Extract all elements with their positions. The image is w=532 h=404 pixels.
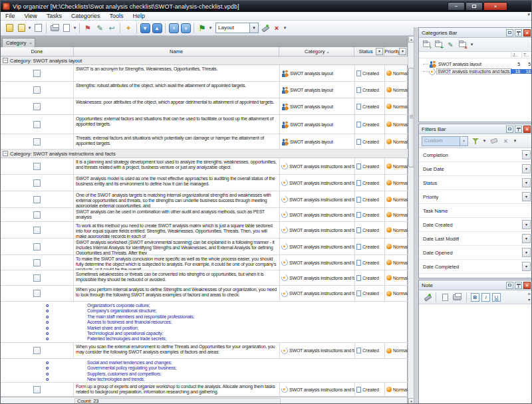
task-row[interactable]: SWOT analysis model is used as one the m… [1, 175, 408, 191]
clear-filter-button[interactable] [489, 136, 499, 146]
filter-dropdown-icon[interactable]: ▾ [522, 192, 531, 201]
task-row[interactable]: Sometimes weaknesses or threats can be c… [1, 270, 408, 286]
panel-pin-button[interactable] [515, 126, 522, 133]
panel-maximize-button[interactable] [506, 29, 513, 37]
menu-file[interactable]: File [1, 12, 20, 21]
new-category-button[interactable]: › [422, 40, 432, 50]
filter-row-date-completed[interactable]: Date Completed▾ [419, 260, 532, 274]
task-row[interactable]: Opportunities: external factors and situ… [1, 115, 408, 134]
italic-button[interactable]: I [481, 293, 490, 302]
task-row[interactable]: Strengths: robust attributes of the obje… [1, 82, 408, 98]
filters-overflow-icon[interactable]: ▾ [513, 138, 517, 144]
panel-close-button[interactable]: × [523, 282, 531, 289]
filter-row-due-date[interactable]: Due Date▾ [419, 162, 532, 176]
column-header-status[interactable]: Status ▾ [354, 47, 384, 56]
new-database-button[interactable] [3, 22, 15, 34]
category-tree-item-selected[interactable]: SWOT analysis instructions and facts 18 … [419, 68, 532, 75]
panel-maximize-button[interactable] [506, 126, 513, 133]
menu-tasks[interactable]: Tasks [42, 12, 66, 21]
done-checkbox[interactable] [33, 163, 41, 170]
done-checkbox[interactable] [33, 103, 41, 110]
panel-close-button[interactable]: × [523, 29, 531, 37]
done-checkbox[interactable] [33, 211, 41, 219]
print-overflow-icon[interactable]: ▾ [72, 25, 77, 31]
done-checkbox[interactable] [33, 259, 41, 266]
filter-dropdown-icon[interactable]: ▾ [522, 220, 531, 229]
task-row[interactable]: Form up a group of experts and organize … [1, 383, 408, 397]
priority-filter-icon[interactable]: ▾ [399, 48, 406, 55]
note-editor[interactable] [419, 304, 532, 404]
task-row[interactable]: SWOT analysis can be used in combination… [1, 208, 408, 222]
print-button[interactable] [49, 22, 61, 34]
edit-task-button[interactable]: ✎ [94, 22, 106, 34]
edit-note-button[interactable] [422, 292, 432, 302]
filter-dropdown-icon[interactable]: ▾ [522, 164, 531, 173]
copy-button[interactable] [32, 22, 44, 34]
filter-row-date-modified[interactable]: Date Last Modifi▾ [419, 232, 532, 246]
done-checkbox[interactable] [33, 347, 41, 354]
tree-col2-header[interactable]: T... [521, 52, 532, 57]
layout-combo-value[interactable]: Layout [215, 23, 250, 33]
column-header-name[interactable]: Name [74, 47, 279, 56]
menu-help[interactable]: Help [128, 12, 150, 21]
done-checkbox[interactable] [33, 138, 41, 146]
task-row[interactable]: Threats: external factors and situations… [1, 134, 408, 150]
panel-pin-button[interactable] [515, 29, 522, 37]
column-header-priority[interactable]: Priority ▾ [384, 47, 407, 56]
close-button[interactable]: × [483, 2, 507, 11]
task-row[interactable]: Weaknesses: poor attributes of the objec… [1, 98, 408, 115]
flag-layout-button[interactable]: ⚑ [196, 22, 208, 34]
status-filter-icon[interactable]: ▾ [376, 48, 383, 55]
done-checkbox[interactable] [33, 86, 41, 94]
complete-task-button[interactable]: ✦ [122, 22, 134, 34]
done-checkbox[interactable] [33, 386, 41, 393]
apply-filter-button[interactable] [470, 136, 480, 146]
group-header[interactable]: − Category: SWOT analysis instructions a… [1, 150, 408, 158]
done-checkbox[interactable] [33, 227, 41, 234]
menu-overflow-icon[interactable]: ▾ [527, 12, 530, 17]
minimize-button[interactable]: − [448, 2, 465, 11]
done-checkbox[interactable] [33, 179, 41, 187]
done-checkbox[interactable] [33, 274, 41, 282]
filter-dropdown-icon[interactable]: ▾ [522, 150, 531, 159]
flag-dropdown-icon[interactable]: ▾ [208, 25, 213, 31]
group-by-category-tab[interactable]: Category ▵ [2, 38, 35, 47]
filter-preset-combo[interactable]: Custom [422, 136, 460, 146]
panel-maximize-button[interactable] [506, 282, 513, 289]
collapse-all-button[interactable]: « [180, 22, 192, 34]
column-header-done[interactable]: Done [1, 47, 74, 56]
dock-splitter[interactable] [414, 27, 418, 404]
delete-filter-button[interactable]: × [501, 136, 511, 146]
task-row[interactable]: One of the SWOT analysis targets is matc… [1, 191, 408, 208]
done-checkbox[interactable] [33, 243, 41, 251]
done-checkbox[interactable] [33, 121, 41, 128]
category-tree-item[interactable]: SWOT analysis layout 5 5 [419, 60, 532, 68]
expand-all-button[interactable]: « [168, 22, 180, 34]
filter-preset-dropdown-icon[interactable]: ▾ [460, 136, 468, 146]
filter-row-status[interactable]: Status▾ [419, 176, 532, 190]
done-checkbox[interactable] [33, 290, 41, 297]
task-row[interactable]: When you scan the external environment t… [1, 343, 408, 359]
task-row[interactable]: It is a planning and strategy developmen… [1, 158, 408, 175]
delete-category-button[interactable]: × [458, 40, 467, 50]
print-note-button[interactable] [452, 292, 462, 302]
open-dropdown-icon[interactable]: ▾ [27, 25, 32, 31]
done-checkbox[interactable] [33, 70, 41, 77]
filter-row-completion[interactable]: Completion▾ [419, 148, 532, 162]
task-row[interactable]: SWOT analysis worksheet (SWOT environmen… [1, 239, 408, 255]
vertical-scrollbar[interactable]: ▴ ▾ [408, 36, 414, 404]
menu-tools[interactable]: Tools [104, 12, 128, 21]
menu-view[interactable]: View [20, 12, 42, 21]
undo-button[interactable]: ↩ [106, 22, 118, 34]
layout-combo-dropdown-icon[interactable]: ▾ [250, 23, 259, 33]
panel-pin-button[interactable] [515, 282, 522, 289]
done-checkbox[interactable] [33, 196, 41, 203]
layout-combo[interactable]: Layout ▾ [215, 23, 259, 33]
filter-row-priority[interactable]: Priority▾ [419, 190, 532, 204]
filter-dropdown-icon[interactable]: ▾ [522, 178, 531, 187]
note-page-button[interactable] [440, 292, 450, 302]
note-overflow-button[interactable]: »▾ [528, 292, 531, 302]
maximize-button[interactable] [466, 2, 483, 11]
collapse-group-icon[interactable]: − [3, 58, 8, 63]
categories-overflow-icon[interactable]: ▾ [469, 42, 474, 47]
